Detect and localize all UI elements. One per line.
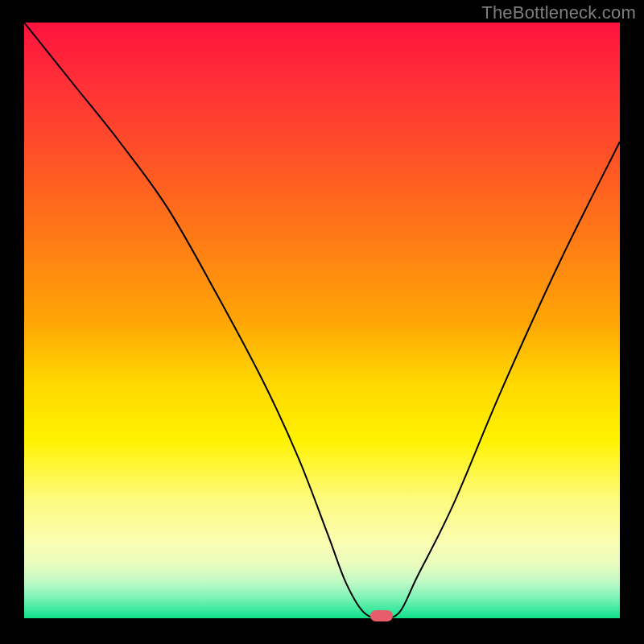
- bottleneck-curve: [24, 23, 620, 618]
- plot-area: [24, 23, 620, 618]
- watermark-text: TheBottleneck.com: [481, 2, 636, 23]
- optimal-point-marker: [370, 610, 393, 621]
- curve-svg: [24, 23, 620, 618]
- chart-container: TheBottleneck.com: [0, 0, 644, 644]
